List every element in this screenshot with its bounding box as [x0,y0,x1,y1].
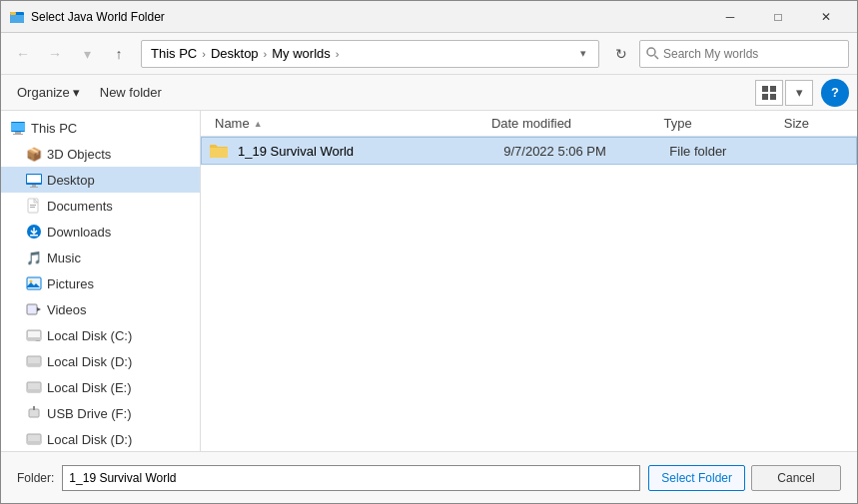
svg-rect-18 [30,205,36,206]
title-bar: Select Java World Folder ─ □ ✕ [1,1,857,33]
svg-marker-25 [37,307,41,311]
forward-button[interactable]: → [41,40,69,68]
address-toolbar: ← → ▾ ↑ This PC › Desktop › My worlds › … [1,33,857,75]
file-list-header: Name ▲ Date modified Type Size [201,111,857,137]
file-type-cell: File folder [661,144,777,159]
cancel-button[interactable]: Cancel [751,465,841,491]
file-date-cell: 9/7/2022 5:06 PM [495,144,661,159]
sidebar-item-this-pc[interactable]: This PC [1,115,200,141]
this-pc-icon [9,119,27,137]
col-size-label: Size [784,116,809,131]
sidebar-label-3d-objects: 3D Objects [47,147,192,162]
search-box [639,40,849,68]
view-dropdown-button[interactable]: ▾ [785,80,813,106]
folder-input[interactable] [62,465,640,491]
col-header-name[interactable]: Name ▲ [207,116,483,131]
title-icon [9,9,25,25]
breadcrumb-desktop[interactable]: Desktop [208,45,262,62]
table-row[interactable]: 1_19 Survival World 9/7/2022 5:06 PM Fil… [201,137,857,165]
sidebar-item-desktop[interactable]: Desktop [1,167,200,193]
sidebar-item-local-disk-c[interactable]: Local Disk (C:) [1,322,200,348]
dialog-window: Select Java World Folder ─ □ ✕ ← → ▾ ↑ T… [0,0,858,504]
breadcrumb-container: This PC › Desktop › My worlds › [148,45,574,62]
svg-rect-6 [770,86,776,92]
up-button[interactable]: ↑ [105,40,133,68]
sidebar-item-videos[interactable]: Videos [1,296,200,322]
svg-rect-31 [27,363,41,366]
sidebar-label-local-disk-d2: Local Disk (D:) [47,432,192,447]
refresh-button[interactable]: ↻ [607,40,635,68]
breadcrumb-sep-1: › [202,48,206,60]
dropdown-recent-button[interactable]: ▾ [73,40,101,68]
view-mode-button[interactable] [755,80,783,106]
sidebar-item-local-disk-d2[interactable]: Local Disk (D:) [1,426,200,451]
sort-indicator: ▲ [254,119,263,129]
bottom-bar: Folder: Select Folder Cancel [1,451,857,503]
music-icon: 🎵 [25,249,43,266]
file-folder-icon [208,140,230,162]
svg-rect-5 [762,86,768,92]
svg-rect-15 [32,185,36,187]
breadcrumb-this-pc[interactable]: This PC [148,45,200,62]
svg-rect-19 [30,207,35,208]
new-folder-label: New folder [100,85,162,100]
search-input[interactable] [663,47,842,61]
organize-button[interactable]: Organize ▾ [9,80,88,106]
sidebar-item-local-disk-d[interactable]: Local Disk (D:) [1,348,200,374]
sidebar-item-3d-objects[interactable]: 📦 3D Objects [1,141,200,167]
maximize-button[interactable]: □ [755,1,801,33]
col-header-size[interactable]: Size [776,116,857,131]
videos-icon [25,300,43,318]
svg-line-4 [655,56,659,60]
close-button[interactable]: ✕ [803,1,849,33]
svg-rect-11 [15,132,21,134]
breadcrumb-my-worlds[interactable]: My worlds [269,45,334,62]
local-disk-e-icon [25,378,43,396]
sidebar-label-local-disk-e: Local Disk (E:) [47,380,192,395]
sidebar-item-downloads[interactable]: Downloads [1,219,200,245]
svg-rect-22 [27,277,41,289]
search-icon [646,47,659,60]
help-button[interactable]: ? [821,79,849,107]
svg-rect-35 [33,406,35,410]
sidebar-label-local-disk-d: Local Disk (D:) [47,354,192,369]
svg-rect-12 [13,134,23,135]
col-header-date[interactable]: Date modified [483,116,656,131]
minimize-button[interactable]: ─ [707,1,753,33]
svg-rect-14 [27,175,41,183]
sidebar-item-usb-drive-f[interactable]: USB Drive (F:) [1,400,200,426]
sidebar-label-downloads: Downloads [47,225,192,240]
view-toggle: ▾ ? [755,79,849,107]
local-disk-c-icon [25,326,43,344]
sidebar-label-local-disk-c: Local Disk (C:) [47,328,192,343]
sidebar-label-music: Music [47,251,192,265]
file-area: Name ▲ Date modified Type Size [201,111,857,451]
svg-rect-34 [29,409,39,417]
svg-rect-24 [27,304,37,314]
3d-objects-icon: 📦 [25,145,43,163]
select-folder-button[interactable]: Select Folder [648,465,745,491]
col-date-label: Date modified [491,116,571,131]
documents-icon [25,197,43,215]
file-list: 1_19 Survival World 9/7/2022 5:06 PM Fil… [201,137,857,451]
view-grid-icon [762,86,776,100]
pictures-icon [25,274,43,292]
organize-label: Organize [17,85,70,100]
sidebar-item-pictures[interactable]: Pictures [1,270,200,296]
sidebar-label-usb-drive-f: USB Drive (F:) [47,406,192,421]
svg-rect-33 [27,389,41,392]
address-dropdown-button[interactable]: ▾ [574,41,592,67]
col-header-type[interactable]: Type [655,116,775,131]
breadcrumb-sep-2: › [264,48,268,60]
sidebar-item-music[interactable]: 🎵 Music [1,245,200,270]
bottom-actions: Select Folder Cancel [648,465,841,491]
address-bar[interactable]: This PC › Desktop › My worlds › ▾ [141,40,599,68]
new-folder-button[interactable]: New folder [92,80,170,106]
folder-label: Folder: [17,471,54,485]
organize-chevron: ▾ [73,85,80,100]
sidebar-item-local-disk-e[interactable]: Local Disk (E:) [1,374,200,400]
sidebar-item-documents[interactable]: Documents [1,193,200,219]
sidebar-label-this-pc: This PC [31,121,192,136]
back-button[interactable]: ← [9,40,37,68]
col-name-label: Name [215,116,250,131]
